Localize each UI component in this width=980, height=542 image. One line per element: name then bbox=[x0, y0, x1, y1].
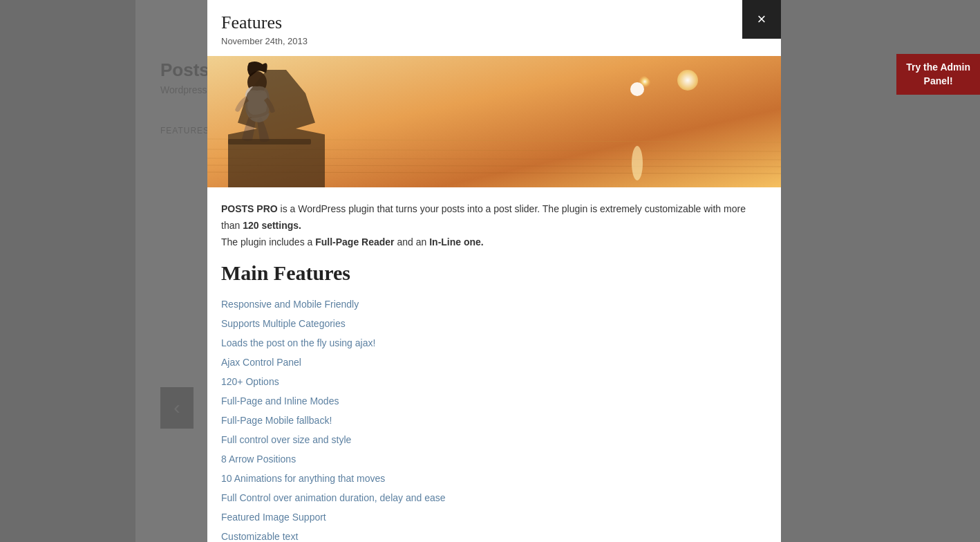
intro-text-part2: The plugin includes a bbox=[221, 236, 315, 247]
feature-link-11[interactable]: Featured Image Support bbox=[221, 512, 326, 523]
inline-bold: In-Line one. bbox=[429, 236, 484, 247]
posts-pro-bold: POSTS PRO bbox=[221, 203, 278, 214]
settings-bold: 120 settings. bbox=[243, 220, 301, 231]
feature-item-11: Featured Image Support bbox=[221, 507, 767, 527]
feature-item-4: 120+ Options bbox=[221, 372, 767, 391]
feature-link-4[interactable]: 120+ Options bbox=[221, 376, 279, 387]
featured-image-svg bbox=[207, 56, 781, 187]
close-icon: × bbox=[757, 10, 766, 28]
svg-rect-10 bbox=[228, 139, 311, 144]
svg-point-8 bbox=[632, 146, 643, 180]
svg-rect-0 bbox=[207, 56, 781, 187]
try-admin-panel-button[interactable]: Try the Admin Panel! bbox=[896, 54, 980, 95]
modal-body: POSTS PRO is a WordPress plugin that tur… bbox=[207, 187, 781, 542]
feature-link-5[interactable]: Full-Page and Inline Modes bbox=[221, 395, 339, 406]
feature-item-2: Loads the post on the fly using ajax! bbox=[221, 333, 767, 353]
feature-item-0: Responsive and Mobile Friendly bbox=[221, 295, 767, 314]
full-page-reader-bold: Full-Page Reader bbox=[315, 236, 394, 247]
feature-link-2[interactable]: Loads the post on the fly using ajax! bbox=[221, 337, 375, 348]
feature-link-9[interactable]: 10 Animations for anything that moves bbox=[221, 473, 385, 484]
feature-item-3: Ajax Control Panel bbox=[221, 353, 767, 372]
features-list: Responsive and Mobile FriendlySupports M… bbox=[221, 295, 767, 542]
modal-title: Features bbox=[221, 12, 767, 33]
feature-link-6[interactable]: Full-Page Mobile fallback! bbox=[221, 415, 332, 426]
features-modal: Features November 24th, 2013 × bbox=[207, 0, 781, 542]
feature-link-8[interactable]: 8 Arrow Positions bbox=[221, 454, 296, 465]
feature-item-5: Full-Page and Inline Modes bbox=[221, 391, 767, 411]
feature-link-1[interactable]: Supports Multiple Categories bbox=[221, 318, 346, 329]
modal-close-button[interactable]: × bbox=[742, 0, 781, 39]
intro-paragraph: POSTS PRO is a WordPress plugin that tur… bbox=[221, 201, 767, 250]
feature-item-12: Customizable text bbox=[221, 527, 767, 542]
intro-text-and: and an bbox=[397, 236, 429, 247]
modal-header: Features November 24th, 2013 × bbox=[207, 0, 781, 56]
feature-item-6: Full-Page Mobile fallback! bbox=[221, 411, 767, 430]
feature-item-1: Supports Multiple Categories bbox=[221, 314, 767, 333]
feature-link-3[interactable]: Ajax Control Panel bbox=[221, 357, 301, 368]
feature-link-10[interactable]: Full Control over animation duration, de… bbox=[221, 492, 446, 503]
feature-item-7: Full control over size and style bbox=[221, 430, 767, 449]
svg-point-7 bbox=[630, 82, 644, 96]
feature-link-7[interactable]: Full control over size and style bbox=[221, 434, 351, 445]
modal-featured-image bbox=[207, 56, 781, 187]
modal-date: November 24th, 2013 bbox=[221, 36, 767, 46]
feature-link-0[interactable]: Responsive and Mobile Friendly bbox=[221, 299, 359, 310]
feature-item-8: 8 Arrow Positions bbox=[221, 449, 767, 469]
feature-link-12[interactable]: Customizable text bbox=[221, 531, 298, 542]
feature-item-10: Full Control over animation duration, de… bbox=[221, 488, 767, 507]
main-features-heading: Main Features bbox=[221, 261, 767, 285]
feature-item-9: 10 Animations for anything that moves bbox=[221, 469, 767, 488]
